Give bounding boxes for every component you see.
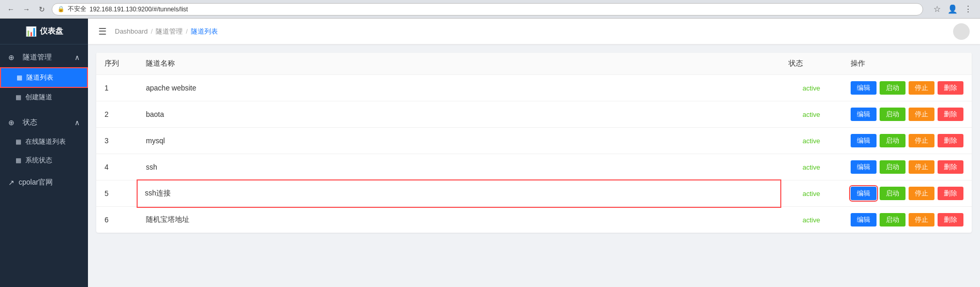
table-row: 5ssh连接active编辑启动停止删除: [96, 180, 972, 207]
row-actions: 编辑启动停止删除: [842, 101, 972, 128]
edit-button[interactable]: 编辑: [851, 187, 877, 200]
row-status: active: [780, 128, 842, 154]
stop-button[interactable]: 停止: [909, 134, 934, 147]
menu-toggle-icon[interactable]: ☰: [98, 26, 107, 37]
row-status: active: [780, 207, 842, 233]
start-button[interactable]: 启动: [880, 187, 905, 200]
sidebar-link-label: cpolar官网: [19, 178, 53, 187]
edit-button[interactable]: 编辑: [851, 81, 877, 95]
edit-button[interactable]: 编辑: [851, 134, 877, 147]
table-row: 3mysqlactive编辑启动停止删除: [96, 128, 972, 154]
action-buttons: 编辑启动停止删除: [851, 160, 963, 174]
stop-button[interactable]: 停止: [909, 213, 934, 226]
row-tunnel-name: ssh连接: [138, 180, 780, 207]
row-index: 5: [96, 180, 138, 207]
sidebar-group-status[interactable]: ⊕ 状态 ∧: [0, 113, 88, 132]
row-actions: 编辑启动停止删除: [842, 154, 972, 180]
start-button[interactable]: 启动: [880, 134, 905, 147]
row-tunnel-name: apache website: [138, 75, 780, 101]
sidebar-section-status: ⊕ 状态 ∧ ▦ 在线隧道列表 ▦ 系统状态: [0, 110, 88, 173]
row-status: active: [780, 75, 842, 101]
sidebar-link-cpolar[interactable]: ↗ cpolar官网: [0, 173, 88, 192]
delete-button[interactable]: 删除: [938, 134, 963, 147]
logo-label: 仪表盘: [40, 26, 63, 36]
topbar-right: [953, 23, 970, 40]
edit-button[interactable]: 编辑: [851, 160, 877, 174]
sidebar-group-tunnels[interactable]: ⊕ 隧道管理 ∧: [0, 48, 88, 67]
breadcrumb: Dashboard / 隧道管理 / 隧道列表: [115, 27, 218, 36]
sidebar-item-tunnel-list-label: 隧道列表: [26, 73, 53, 82]
delete-button[interactable]: 删除: [938, 160, 963, 174]
breadcrumb-home[interactable]: Dashboard: [115, 27, 148, 35]
tunnels-group-label: 隧道管理: [23, 53, 52, 62]
delete-button[interactable]: 删除: [938, 81, 963, 95]
topbar: ☰ Dashboard / 隧道管理 / 隧道列表: [88, 19, 980, 44]
start-button[interactable]: 启动: [880, 108, 905, 121]
row-index: 1: [96, 75, 138, 101]
start-button[interactable]: 启动: [880, 81, 905, 95]
sidebar-section-tunnels: ⊕ 隧道管理 ∧ ▦ 隧道列表 ▦ 创建隧道: [0, 44, 88, 110]
col-header-status: 状态: [780, 53, 842, 75]
action-buttons: 编辑启动停止删除: [851, 108, 963, 121]
breadcrumb-parent[interactable]: 隧道管理: [156, 27, 183, 36]
browser-actions: ☆ 👤 ⋮: [930, 3, 975, 16]
sidebar-item-system-status[interactable]: ▦ 系统状态: [0, 151, 88, 170]
bookmark-button[interactable]: ☆: [930, 3, 944, 16]
row-index: 3: [96, 128, 138, 154]
main-content: ☰ Dashboard / 隧道管理 / 隧道列表 序列 隧道名称: [88, 19, 980, 287]
address-bar[interactable]: 🔒 不安全 192.168.191.130:9200/#/tunnels/lis…: [52, 3, 923, 16]
content-area: 序列 隧道名称 状态 操作 1apache websiteactive编辑启动停…: [88, 44, 980, 287]
avatar[interactable]: [953, 23, 970, 40]
status-group-icon: ⊕: [8, 118, 14, 127]
start-button[interactable]: 启动: [880, 160, 905, 174]
row-status: active: [780, 154, 842, 180]
row-actions: 编辑启动停止删除: [842, 128, 972, 154]
sidebar-item-online-tunnels[interactable]: ▦ 在线隧道列表: [0, 132, 88, 151]
grid-icon: ▦: [17, 74, 22, 81]
app-layout: 📊 仪表盘 ⊕ 隧道管理 ∧ ▦ 隧道列表 ▦ 创建隧道: [0, 19, 980, 287]
edit-button[interactable]: 编辑: [851, 213, 877, 226]
table-row: 4sshactive编辑启动停止删除: [96, 154, 972, 180]
external-link-icon: ↗: [8, 178, 14, 187]
action-buttons: 编辑启动停止删除: [851, 213, 963, 226]
online-tunnels-icon: ▦: [16, 138, 21, 145]
edit-button[interactable]: 编辑: [851, 108, 877, 121]
start-button[interactable]: 启动: [880, 213, 905, 226]
row-status: active: [780, 101, 842, 128]
status-badge: active: [803, 190, 820, 198]
status-badge: active: [803, 84, 820, 92]
back-button[interactable]: ←: [5, 4, 17, 15]
sidebar: 📊 仪表盘 ⊕ 隧道管理 ∧ ▦ 隧道列表 ▦ 创建隧道: [0, 19, 88, 287]
sidebar-item-create-tunnel[interactable]: ▦ 创建隧道: [0, 88, 88, 107]
forward-button[interactable]: →: [21, 4, 32, 15]
delete-button[interactable]: 删除: [938, 108, 963, 121]
action-buttons: 编辑启动停止删除: [851, 134, 963, 147]
row-actions: 编辑启动停止删除: [842, 180, 972, 207]
action-buttons: 编辑启动停止删除: [851, 187, 963, 200]
reload-button[interactable]: ↻: [36, 4, 48, 15]
logo-icon: 📊: [25, 26, 37, 37]
stop-button[interactable]: 停止: [909, 187, 934, 200]
delete-button[interactable]: 删除: [938, 187, 963, 200]
security-icon: 🔒: [57, 6, 65, 12]
stop-button[interactable]: 停止: [909, 81, 934, 95]
stop-button[interactable]: 停止: [909, 108, 934, 121]
sidebar-item-online-tunnels-label: 在线隧道列表: [25, 137, 66, 146]
table-row: 2baotaactive编辑启动停止删除: [96, 101, 972, 128]
row-tunnel-name: ssh: [138, 154, 780, 180]
stop-button[interactable]: 停止: [909, 160, 934, 174]
row-tunnel-name: baota: [138, 101, 780, 128]
more-button[interactable]: ⋮: [961, 3, 975, 16]
delete-button[interactable]: 删除: [938, 213, 963, 226]
tunnel-table: 序列 隧道名称 状态 操作 1apache websiteactive编辑启动停…: [96, 53, 972, 233]
sidebar-item-tunnel-list[interactable]: ▦ 隧道列表: [0, 67, 88, 88]
row-index: 2: [96, 101, 138, 128]
row-tunnel-name: mysql: [138, 128, 780, 154]
sidebar-item-system-status-label: 系统状态: [25, 156, 52, 165]
col-header-actions: 操作: [842, 53, 972, 75]
status-badge: active: [803, 111, 820, 118]
breadcrumb-sep-1: /: [151, 27, 153, 35]
tunnels-group-chevron: ∧: [75, 53, 80, 62]
row-status: active: [780, 180, 842, 207]
profile-button[interactable]: 👤: [946, 3, 959, 16]
